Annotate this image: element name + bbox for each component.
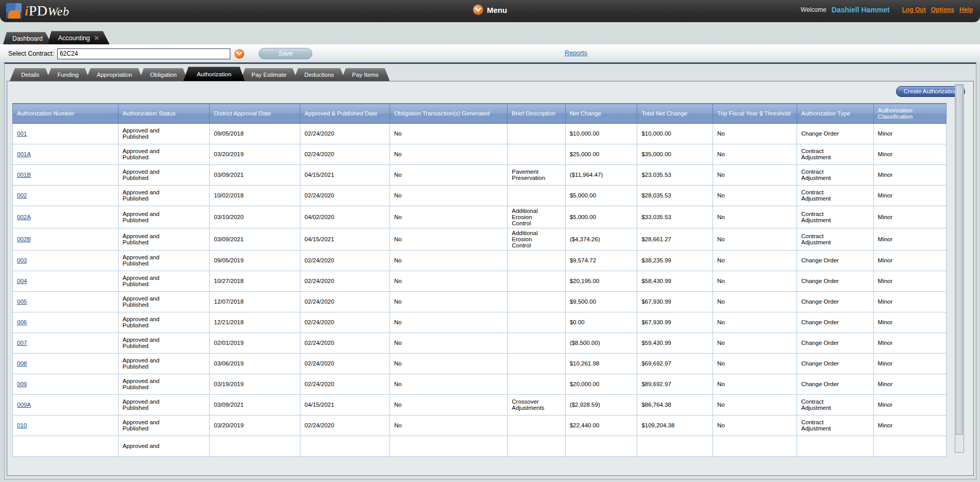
tab-funding[interactable]: Funding (46, 68, 90, 81)
col-approved-published-date: Approved & Published Date (300, 104, 390, 123)
authorization-number-link[interactable]: 001A (17, 151, 31, 157)
tab-authorization[interactable]: Authorization (183, 67, 245, 81)
classification-cell: Minor (873, 353, 946, 374)
authorization-number-link[interactable]: 002A (17, 214, 31, 220)
authorization-status-cell: Approved and Published (123, 211, 177, 223)
brief-description-cell: Pavement Preservation (512, 169, 552, 181)
authorization-number-link[interactable]: 003 (17, 257, 27, 263)
logout-link[interactable]: Log Out (902, 6, 926, 13)
col-brief-description: Brief Description (508, 104, 565, 123)
district-approval-date-cell: 02/01/2019 (210, 333, 300, 353)
obligation-generated-cell: No (390, 228, 508, 250)
district-approval-date-cell: 03/20/2019 (210, 144, 300, 164)
tab-appropriation[interactable]: Appropriation (86, 68, 143, 81)
net-change-cell: $9,574.72 (565, 250, 637, 271)
authorization-type-cell: Change Order (801, 257, 839, 263)
net-change-cell: $20,000.00 (565, 374, 637, 394)
net-change-cell: $20,195.00 (565, 271, 637, 291)
help-link[interactable]: Help (959, 6, 973, 13)
approved-published-date-cell: 02/24/2020 (300, 415, 390, 436)
reports-link[interactable]: Reports (565, 49, 587, 57)
brief-description-cell: Crossover Adjustments (512, 398, 552, 411)
net-change-cell: $5,000.00 (565, 185, 637, 206)
authorization-status-cell: Approved and (123, 443, 160, 449)
authorization-status-cell: Approved and Published (123, 127, 177, 140)
save-button[interactable]: Save (259, 48, 312, 59)
vertical-scrollbar[interactable] (955, 84, 964, 453)
approved-published-date-cell: 04/02/2020 (300, 206, 390, 228)
classification-cell: Minor (873, 164, 946, 185)
options-link[interactable]: Options (931, 6, 954, 13)
authorization-number-link[interactable]: 008 (17, 360, 27, 367)
authorization-status-cell: Approved and Published (123, 419, 177, 431)
authorization-number-link[interactable]: 009A (17, 402, 31, 408)
classification-cell: Minor (873, 228, 946, 250)
table-row: 008 Approved and Published 03/06/2019 02… (13, 353, 947, 374)
tab-dashboard[interactable]: Dashboard (3, 32, 52, 44)
authorization-number-link[interactable]: 001B (17, 172, 31, 178)
authorization-type-cell: Change Order (801, 360, 839, 367)
trip-threshold-cell: No (713, 312, 797, 333)
trip-threshold-cell: No (713, 291, 797, 312)
scrollbar-thumb[interactable] (956, 85, 963, 435)
district-approval-date-cell: 03/19/2019 (210, 374, 300, 394)
col-district-approval-date: District Approval Date (210, 104, 300, 123)
approved-published-date-cell: 02/24/2020 (300, 333, 390, 353)
authorization-number-link[interactable]: 001 (17, 130, 27, 137)
tab-deductions[interactable]: Deductions (293, 68, 346, 81)
trip-threshold-cell: No (713, 123, 797, 144)
table-row: 004 Approved and Published 10/27/2018 02… (13, 271, 947, 291)
total-net-change-cell: $58,430.99 (637, 271, 713, 291)
net-change-cell: ($8,500.00) (565, 333, 637, 353)
col-total-net-change: Total Net Change (637, 104, 713, 123)
obligation-generated-cell: No (390, 333, 508, 353)
tab-pay-items[interactable]: Pay Items (341, 68, 390, 81)
contract-input[interactable] (57, 48, 230, 59)
menu-button[interactable]: Menu (473, 5, 507, 15)
district-approval-date-cell: 03/10/2020 (210, 206, 300, 228)
authorization-type-cell: Change Order (801, 381, 839, 387)
classification-cell: Minor (873, 312, 946, 333)
tab-obligation[interactable]: Obligation (139, 68, 188, 81)
net-change-cell: $9,500.00 (565, 291, 637, 312)
obligation-generated-cell: No (390, 415, 508, 436)
authorization-number-link[interactable]: 006 (17, 319, 27, 325)
contract-dropdown-chevron-icon[interactable] (234, 49, 244, 59)
authorization-status-cell: Approved and Published (123, 189, 177, 202)
obligation-generated-cell: No (390, 164, 508, 185)
authorization-number-link[interactable]: 002 (17, 192, 27, 198)
approved-published-date-cell (300, 436, 390, 456)
obligation-generated-cell: No (390, 394, 508, 415)
authorization-table: Authorization Number Authorization Statu… (12, 103, 947, 457)
classification-cell: Minor (873, 250, 946, 271)
authorization-number-link[interactable]: 004 (17, 278, 27, 284)
total-net-change-cell: $67,930.99 (637, 291, 713, 312)
net-change-cell: ($4,374.26) (565, 228, 637, 250)
table-row-partial: Approved and (13, 436, 947, 456)
trip-threshold-cell: No (713, 333, 797, 353)
approved-published-date-cell: 04/15/2021 (300, 228, 390, 250)
col-authorization-classification: Authorization Classification (873, 104, 946, 123)
col-trip-threshold: Trip Fiscal Year $ Threshold (713, 104, 797, 123)
authorization-number-link[interactable]: 010 (17, 422, 27, 428)
tab-accounting[interactable]: Accounting ✕ (48, 31, 110, 44)
authorization-number-link[interactable]: 007 (17, 340, 27, 346)
obligation-generated-cell (390, 436, 508, 456)
section-tab-strip: DetailsFundingAppropriationObligationAut… (10, 67, 385, 81)
tab-pay-estimate[interactable]: Pay Estimate (240, 68, 298, 81)
obligation-generated-cell: No (390, 271, 508, 291)
total-net-change-cell: $23,035.53 (637, 164, 713, 185)
district-approval-date-cell: 10/27/2018 (210, 271, 300, 291)
net-change-cell: $10,261.98 (565, 353, 637, 374)
col-authorization-status: Authorization Status (118, 104, 210, 123)
tab-details[interactable]: Details (10, 68, 50, 81)
app-logo: iPDWeb (6, 3, 69, 19)
authorization-number-link[interactable]: 005 (17, 298, 27, 305)
authorization-number-link[interactable]: 009 (17, 381, 27, 387)
welcome-label: Welcome (801, 6, 826, 13)
classification-cell: Minor (873, 185, 946, 206)
net-change-cell: $0.00 (565, 312, 637, 333)
close-tab-icon[interactable]: ✕ (94, 35, 99, 42)
table-row: 002 Approved and Published 10/02/2018 02… (13, 185, 947, 206)
authorization-number-link[interactable]: 002B (17, 236, 31, 242)
